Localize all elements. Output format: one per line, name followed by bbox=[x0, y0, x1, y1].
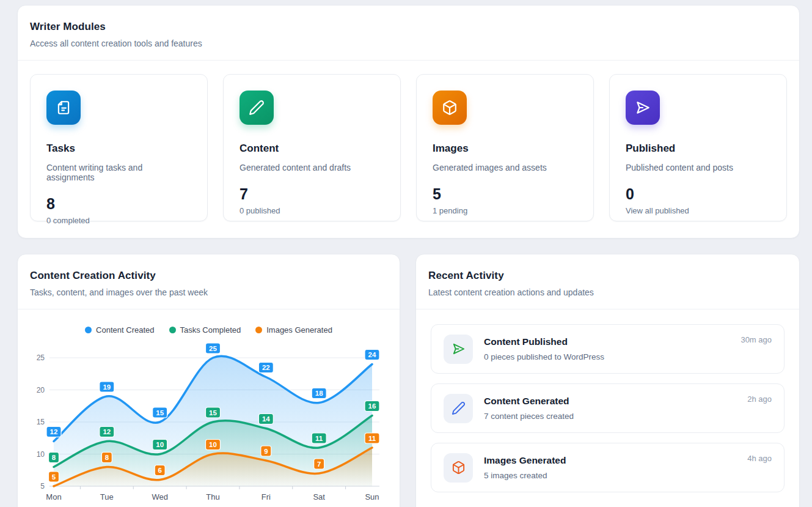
divider bbox=[18, 309, 400, 309]
data-label: 11 bbox=[312, 433, 326, 443]
modules-row: TasksContent writing tasks and assignmen… bbox=[18, 61, 799, 221]
data-label: 9 bbox=[261, 446, 271, 456]
activity-description: 7 content pieces created bbox=[484, 412, 574, 421]
recent-activity-title: Recent Activity bbox=[428, 270, 786, 282]
svg-text:19: 19 bbox=[103, 383, 111, 391]
activity-text: Content Published0 pieces published to W… bbox=[484, 336, 604, 361]
data-label: 19 bbox=[100, 382, 114, 392]
svg-text:25: 25 bbox=[209, 345, 217, 352]
module-icon-tile bbox=[46, 91, 81, 125]
data-label: 14 bbox=[258, 414, 273, 424]
activity-title: Images Generated bbox=[484, 455, 566, 466]
svg-text:12: 12 bbox=[103, 428, 111, 435]
svg-text:10: 10 bbox=[209, 441, 217, 448]
x-axis-tick-label: Sun bbox=[365, 492, 379, 501]
activity-icon-tile bbox=[444, 335, 473, 364]
data-label: 11 bbox=[365, 433, 379, 443]
legend-label: Content Created bbox=[96, 325, 154, 335]
activity-text: Images Generated5 images created bbox=[484, 455, 566, 480]
activity-item: Content Published0 pieces published to W… bbox=[431, 324, 785, 374]
dashboard: Writer Modules Access all content creati… bbox=[0, 0, 812, 507]
pencil-icon bbox=[452, 401, 466, 415]
data-label: 25 bbox=[206, 343, 221, 353]
module-icon-tile bbox=[240, 91, 274, 125]
svg-text:15: 15 bbox=[156, 409, 164, 416]
module-title: Published bbox=[626, 142, 770, 155]
svg-text:7: 7 bbox=[317, 461, 321, 468]
svg-text:14: 14 bbox=[262, 415, 270, 423]
legend-item[interactable]: Tasks Completed bbox=[169, 325, 241, 335]
legend-dot-icon bbox=[85, 327, 92, 333]
data-label: 10 bbox=[153, 440, 167, 450]
y-axis-tick-label: 10 bbox=[37, 450, 45, 459]
legend-item[interactable]: Images Generated bbox=[255, 325, 332, 335]
y-axis-tick-label: 25 bbox=[37, 353, 45, 362]
y-axis-tick-label: 15 bbox=[37, 418, 45, 426]
y-axis-tick-label: 20 bbox=[37, 386, 45, 394]
svg-text:5: 5 bbox=[52, 473, 56, 481]
data-label: 8 bbox=[101, 453, 112, 463]
writer-modules-subtitle: Access all content creation tools and fe… bbox=[30, 39, 786, 48]
activity-description: 5 images created bbox=[484, 471, 566, 480]
data-label: 15 bbox=[206, 407, 221, 418]
svg-text:10: 10 bbox=[156, 441, 164, 448]
svg-text:8: 8 bbox=[52, 454, 56, 461]
x-axis-tick-label: Thu bbox=[206, 492, 219, 501]
cube-icon bbox=[452, 461, 466, 475]
data-label: 15 bbox=[153, 407, 167, 418]
module-stat-value: 8 bbox=[46, 195, 191, 213]
document-icon bbox=[56, 100, 71, 116]
x-axis-tick-label: Wed bbox=[152, 492, 168, 501]
svg-text:12: 12 bbox=[50, 428, 58, 435]
svg-text:11: 11 bbox=[368, 435, 376, 442]
pencil-icon bbox=[249, 100, 265, 116]
module-icon-tile bbox=[433, 91, 467, 125]
svg-text:18: 18 bbox=[315, 390, 323, 397]
activity-icon-tile bbox=[444, 453, 473, 483]
activity-timestamp: 30m ago bbox=[741, 335, 772, 344]
module-stat-value: 0 bbox=[626, 185, 770, 203]
x-axis-tick-label: Tue bbox=[100, 492, 114, 501]
module-stat-caption: 0 published bbox=[240, 206, 384, 215]
module-stat-value: 7 bbox=[240, 185, 384, 203]
activity-list: Content Published0 pieces published to W… bbox=[416, 309, 799, 507]
activity-timestamp: 2h ago bbox=[747, 394, 772, 404]
recent-activity-subtitle: Latest content creation actions and upda… bbox=[428, 287, 786, 297]
module-card-content[interactable]: ContentGenerated content and drafts70 pu… bbox=[223, 74, 401, 221]
chart-panel-subtitle: Tasks, content, and images over the past… bbox=[30, 287, 386, 297]
legend-item[interactable]: Content Created bbox=[85, 325, 154, 335]
data-label: 12 bbox=[100, 427, 114, 437]
send-icon bbox=[452, 342, 466, 356]
chart-panel-title: Content Creation Activity bbox=[30, 270, 386, 282]
module-stat-caption: 1 pending bbox=[433, 206, 577, 215]
legend-label: Images Generated bbox=[266, 325, 332, 335]
svg-text:15: 15 bbox=[209, 409, 217, 416]
data-label: 10 bbox=[206, 440, 221, 450]
data-label: 6 bbox=[155, 465, 165, 476]
data-label: 18 bbox=[312, 388, 326, 399]
activity-timestamp: 4h ago bbox=[747, 454, 772, 463]
legend-label: Tasks Completed bbox=[180, 325, 241, 335]
data-label: 12 bbox=[46, 427, 61, 437]
module-card-tasks[interactable]: TasksContent writing tasks and assignmen… bbox=[30, 74, 208, 221]
svg-text:11: 11 bbox=[315, 435, 323, 442]
module-card-published[interactable]: PublishedPublished content and posts0Vie… bbox=[609, 74, 787, 221]
module-stat-caption: View all published bbox=[626, 206, 770, 215]
x-axis-tick-label: Sat bbox=[313, 492, 325, 501]
y-axis-tick-label: 5 bbox=[40, 482, 45, 490]
svg-text:9: 9 bbox=[264, 448, 268, 455]
send-icon bbox=[635, 100, 651, 116]
module-stat-caption: 0 completed bbox=[46, 216, 191, 225]
module-icon-tile bbox=[626, 91, 660, 125]
activity-item: Content Generated7 content pieces create… bbox=[431, 383, 785, 433]
module-card-images[interactable]: ImagesGenerated images and assets51 pend… bbox=[416, 74, 594, 221]
activity-item: Images Generated5 images created4h ago bbox=[431, 443, 785, 492]
activity-description: 0 pieces published to WordPress bbox=[484, 352, 604, 361]
module-description: Content writing tasks and assignments bbox=[46, 163, 191, 182]
data-label: 7 bbox=[314, 459, 324, 469]
module-stat-value: 5 bbox=[433, 185, 577, 203]
recent-activity-header: Recent Activity Latest content creation … bbox=[416, 254, 799, 309]
module-description: Generated images and assets bbox=[433, 163, 577, 172]
content-creation-activity-panel: Content Creation Activity Tasks, content… bbox=[17, 254, 400, 507]
cube-icon bbox=[442, 100, 458, 116]
